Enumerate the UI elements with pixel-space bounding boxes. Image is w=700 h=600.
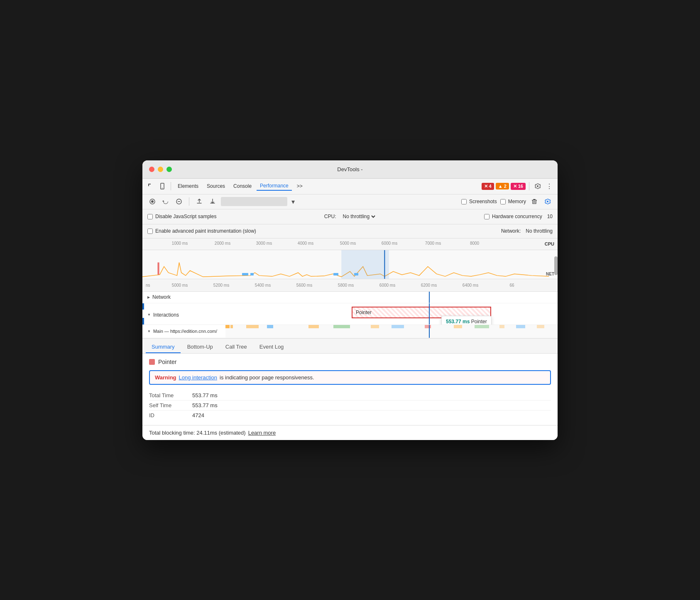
fullscreen-button[interactable] bbox=[166, 167, 172, 172]
svg-rect-26 bbox=[267, 325, 273, 328]
ruler-tick-8000: 8000 bbox=[470, 241, 479, 246]
hardware-concurrency-checkbox[interactable] bbox=[484, 214, 490, 219]
cpu-label: CPU: bbox=[324, 214, 336, 219]
svg-rect-34 bbox=[499, 325, 504, 328]
main-cursor-line bbox=[429, 325, 430, 338]
ruler-tick-2000: 2000 ms bbox=[215, 241, 230, 246]
tab-bottom-up[interactable]: Bottom-Up bbox=[181, 341, 219, 353]
mobile-icon[interactable] bbox=[157, 181, 167, 191]
summary-section-title: Pointer bbox=[158, 359, 176, 365]
gear-icon[interactable] bbox=[543, 197, 553, 207]
advanced-paint-checkbox[interactable] bbox=[147, 229, 153, 234]
svg-rect-3 bbox=[148, 184, 149, 185]
close-button[interactable] bbox=[149, 167, 154, 172]
hardware-concurrency-text: Hardware concurrency bbox=[492, 214, 542, 219]
tab-call-tree[interactable]: Call Tree bbox=[220, 341, 253, 353]
svg-rect-33 bbox=[475, 325, 489, 328]
tab-sources[interactable]: Sources bbox=[203, 182, 228, 190]
tabs-bar: Summary Bottom-Up Call Tree Event Log bbox=[142, 339, 558, 354]
screenshots-checkbox-label[interactable]: Screenshots bbox=[461, 199, 497, 204]
clear-button[interactable] bbox=[174, 197, 184, 207]
main-expand-icon[interactable]: ▼ bbox=[147, 330, 151, 333]
download-icon[interactable] bbox=[208, 197, 218, 207]
tab-elements[interactable]: Elements bbox=[174, 182, 202, 190]
main-track-content bbox=[225, 325, 558, 338]
memory-checkbox-label[interactable]: Memory bbox=[500, 199, 526, 204]
network-expand-icon[interactable]: ▶ bbox=[147, 295, 150, 299]
settings-row-1: Disable JavaScript samples CPU: No throt… bbox=[142, 209, 558, 224]
svg-rect-23 bbox=[225, 325, 230, 328]
time-cursor-line bbox=[429, 292, 430, 303]
interactions-expand-icon[interactable]: ▼ bbox=[147, 313, 151, 317]
record-button[interactable] bbox=[147, 197, 157, 207]
window-title: DevTools - bbox=[337, 166, 362, 172]
svg-point-6 bbox=[162, 188, 163, 189]
reload-record-button[interactable] bbox=[161, 197, 171, 207]
upload-icon[interactable] bbox=[194, 197, 204, 207]
ruler-tick-4000: 4000 ms bbox=[298, 241, 313, 246]
tooltip-label: Pointer bbox=[471, 319, 487, 325]
network-track-content bbox=[225, 292, 558, 303]
memory-label: Memory bbox=[508, 199, 526, 204]
disable-js-checkbox[interactable] bbox=[147, 214, 153, 219]
info-count: 16 bbox=[518, 184, 523, 189]
settings-icon[interactable] bbox=[533, 181, 543, 191]
interactions-track-row: ▼ Interactions Pointer 553.77 ms Pointer bbox=[142, 303, 558, 325]
total-time-label: Total Time bbox=[149, 392, 182, 398]
footer-bar: Total blocking time: 24.11ms (estimated)… bbox=[142, 425, 558, 440]
svg-rect-4 bbox=[148, 185, 149, 186]
filter-input[interactable] bbox=[221, 197, 287, 206]
self-time-label: Self Time bbox=[149, 402, 182, 408]
toolbar-sep-2 bbox=[529, 182, 529, 190]
pointer-color-icon bbox=[149, 359, 155, 365]
learn-more-link[interactable]: Learn more bbox=[248, 430, 276, 436]
id-label: ID bbox=[149, 412, 182, 418]
error-badge[interactable]: ✕ 4 bbox=[482, 183, 494, 190]
tab-summary[interactable]: Summary bbox=[146, 341, 181, 353]
memory-checkbox[interactable] bbox=[500, 199, 506, 204]
rec-sep bbox=[189, 197, 189, 206]
hardware-concurrency-label[interactable]: Hardware concurrency bbox=[484, 214, 542, 219]
long-interaction-link[interactable]: Long interaction bbox=[179, 374, 218, 381]
network-label-text: Network bbox=[152, 294, 171, 300]
overview-chart[interactable]: NET bbox=[142, 250, 558, 279]
svg-rect-21 bbox=[333, 273, 338, 275]
svg-rect-28 bbox=[333, 325, 350, 328]
tab-performance[interactable]: Performance bbox=[257, 182, 292, 191]
interactions-label-text: Interactions bbox=[153, 312, 179, 318]
warning-box: Warning Long interaction is indicating p… bbox=[149, 370, 551, 385]
more-menu-icon[interactable]: ⋮ bbox=[544, 181, 554, 191]
cpu-throttle-select[interactable]: No throttling bbox=[341, 213, 377, 220]
traffic-lights bbox=[149, 167, 172, 172]
tab-event-log[interactable]: Event Log bbox=[254, 341, 290, 353]
ruler-tick-3000: 3000 ms bbox=[256, 241, 272, 246]
screenshots-checkbox[interactable] bbox=[461, 199, 467, 204]
network-track-label[interactable]: ▶ Network bbox=[142, 294, 225, 300]
toolbar-separator bbox=[171, 182, 171, 190]
network-value: No throttling bbox=[526, 228, 553, 234]
self-time-row: Self Time 553.77 ms bbox=[149, 401, 551, 411]
network-track-row: ▶ Network bbox=[142, 292, 558, 303]
chart-scrollbar[interactable] bbox=[554, 256, 558, 275]
detail-tick-66: 66 bbox=[509, 283, 514, 288]
pointer-tool-icon[interactable] bbox=[146, 181, 156, 191]
warning-badge[interactable]: ▲ 2 bbox=[496, 183, 509, 189]
advanced-paint-label[interactable]: Enable advanced paint instrumentation (s… bbox=[147, 228, 256, 234]
delete-icon[interactable] bbox=[529, 197, 539, 207]
svg-rect-1 bbox=[149, 184, 150, 184]
screenshots-label: Screenshots bbox=[469, 199, 497, 204]
detail-tick-6400: 6400 ms bbox=[463, 283, 478, 288]
detail-tick-5000: 5000 ms bbox=[172, 283, 188, 288]
interactions-track-label[interactable]: ▼ Interactions bbox=[142, 310, 225, 318]
info-badge[interactable]: ✕ 16 bbox=[511, 183, 526, 190]
tab-console[interactable]: Console bbox=[230, 182, 255, 190]
filter-dropdown-icon[interactable]: ▾ bbox=[291, 198, 295, 206]
disable-js-checkbox-label[interactable]: Disable JavaScript samples bbox=[147, 214, 216, 219]
main-track-label[interactable]: ▼ Main — https://edition.cnn.com/ bbox=[142, 329, 225, 334]
minimize-button[interactable] bbox=[158, 167, 163, 172]
svg-rect-36 bbox=[537, 325, 544, 328]
warning-icon: ▲ bbox=[498, 184, 503, 189]
tab-more[interactable]: >> bbox=[294, 182, 306, 190]
interactions-cursor-line bbox=[429, 303, 430, 325]
svg-rect-20 bbox=[250, 273, 254, 275]
